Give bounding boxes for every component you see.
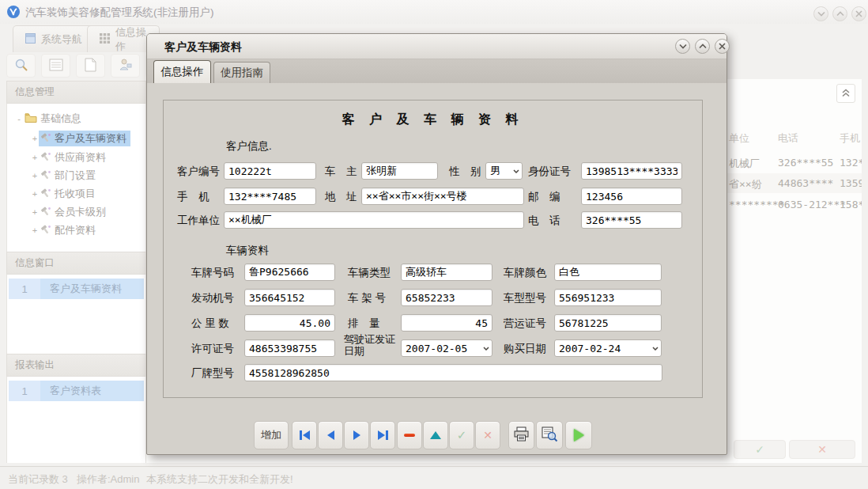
- displacement-input[interactable]: [401, 314, 492, 332]
- tool-icon: [40, 151, 51, 165]
- gender-label: 性 别: [449, 165, 481, 179]
- column-header[interactable]: 手机: [840, 131, 860, 146]
- table-cell: *********: [729, 199, 784, 210]
- table-cell: 省××纷: [729, 177, 762, 191]
- expand-icon[interactable]: +: [31, 153, 39, 162]
- id-no-input[interactable]: [581, 162, 682, 180]
- panel-header-report-output: 报表输出: [6, 354, 146, 377]
- operator-text: 操作者:Admin: [77, 472, 139, 487]
- tree-item-supplier[interactable]: + 供应商资料: [31, 149, 110, 166]
- displacement-label: 排 量: [348, 317, 380, 331]
- printer-icon: [513, 426, 530, 444]
- x-icon: ✕: [483, 429, 492, 442]
- main-titlebar: 汽车装饰美容修配管理系统(非注册用户): [0, 0, 868, 24]
- tree-item-member-card-level[interactable]: + 会员卡级别: [31, 203, 110, 221]
- search-toolbar-button[interactable]: [6, 54, 36, 78]
- report-output-panel: 1 客户资料表: [6, 377, 146, 463]
- info-window-panel: 1 客户及车辆资料: [6, 275, 146, 354]
- dialog-close-icon[interactable]: [715, 39, 730, 54]
- plate-no-input[interactable]: [244, 263, 335, 281]
- purchase-date-select[interactable]: 2007-02-24: [554, 339, 662, 357]
- edit-record-button[interactable]: [423, 421, 448, 449]
- post-record-button[interactable]: ✓: [449, 421, 474, 449]
- document-toolbar-button[interactable]: [76, 54, 105, 78]
- dialog-restore-icon[interactable]: [695, 39, 710, 54]
- background-ok-button[interactable]: ✓: [734, 440, 786, 459]
- column-header[interactable]: 电话: [778, 131, 798, 146]
- minimize-icon[interactable]: [813, 6, 828, 21]
- model-no-input[interactable]: [554, 289, 662, 306]
- collapse-expander[interactable]: -: [15, 114, 23, 123]
- delete-icon: [404, 434, 415, 437]
- plate-color-input[interactable]: [554, 263, 662, 281]
- dialog-tab-info-operation[interactable]: 信息操作: [153, 60, 211, 83]
- operation-no-input[interactable]: [554, 314, 662, 332]
- expand-icon[interactable]: +: [31, 134, 39, 143]
- phone-input[interactable]: [581, 211, 682, 229]
- work-unit-input[interactable]: [224, 211, 524, 229]
- column-header[interactable]: 单位: [729, 131, 749, 146]
- tree-item-collection-items[interactable]: + 托收项目: [31, 185, 100, 203]
- customer-no-input[interactable]: [224, 162, 316, 180]
- dialog-titlebar[interactable]: 客户及车辆资料: [147, 34, 726, 59]
- expand-icon[interactable]: +: [31, 226, 39, 235]
- cancel-record-button[interactable]: ✕: [475, 421, 500, 449]
- tree-item-department[interactable]: + 部门设置: [31, 167, 100, 184]
- user-icon: [119, 58, 132, 74]
- print-preview-button[interactable]: [536, 421, 563, 449]
- list-item-number: 1: [9, 279, 40, 299]
- tree-item-customer-vehicle[interactable]: + 客户及车辆资料: [31, 130, 130, 147]
- address-input[interactable]: [361, 188, 524, 205]
- dialog-minimize-icon[interactable]: [675, 39, 690, 54]
- first-record-button[interactable]: [292, 421, 317, 449]
- list-toolbar-button[interactable]: [41, 54, 70, 78]
- expand-icon[interactable]: +: [31, 171, 39, 180]
- engine-no-label: 发动机号: [191, 291, 234, 305]
- expand-icon[interactable]: +: [31, 207, 39, 217]
- table-cell: 0635-212***: [778, 199, 846, 210]
- tree-node-basic-info[interactable]: - 基础信息: [15, 110, 85, 127]
- tool-icon: [40, 188, 51, 201]
- tree-item-parts[interactable]: + 配件资料: [31, 222, 100, 239]
- purchase-date-value: 2007-02-24: [555, 343, 650, 354]
- gender-value: 男: [486, 164, 511, 178]
- prior-record-button[interactable]: [318, 421, 343, 449]
- tree-item-label: 供应商资料: [55, 150, 106, 165]
- chevron-down-icon: [481, 347, 492, 351]
- collapse-panel-button[interactable]: [836, 84, 855, 103]
- license-no-input[interactable]: [244, 339, 335, 357]
- list-item[interactable]: 1 客户资料表: [9, 381, 144, 401]
- app-logo-icon: [6, 5, 21, 21]
- mobile-input[interactable]: [224, 188, 316, 205]
- edit-icon: [430, 431, 441, 439]
- delete-record-button[interactable]: [397, 421, 422, 449]
- license-issue-date-select[interactable]: 2007-02-05: [401, 339, 492, 357]
- mileage-input[interactable]: [244, 314, 335, 332]
- frame-no-input[interactable]: [401, 289, 492, 306]
- owner-input[interactable]: [361, 162, 438, 180]
- engine-no-input[interactable]: [244, 289, 335, 306]
- gender-select[interactable]: 男: [485, 162, 523, 180]
- restore-icon[interactable]: [832, 6, 847, 21]
- chevron-down-icon: [650, 347, 661, 351]
- form-panel: 客 户 及 车 辆 资 料 客户信息. 客户编号 车 主 性 别 男 身份证号 …: [163, 100, 703, 398]
- vehicle-type-input[interactable]: [401, 263, 492, 281]
- user-toolbar-button[interactable]: [111, 54, 140, 78]
- vehicle-type-label: 车辆类型: [348, 266, 391, 280]
- expand-icon[interactable]: +: [31, 189, 39, 199]
- add-button[interactable]: 增加: [254, 421, 289, 449]
- next-record-button[interactable]: [344, 421, 369, 449]
- brand-model-input[interactable]: [244, 364, 662, 381]
- tool-icon: [40, 224, 51, 237]
- close-icon[interactable]: [851, 6, 866, 21]
- list-item[interactable]: 1 客户及车辆资料: [9, 279, 144, 299]
- execute-button[interactable]: [565, 421, 592, 449]
- print-button[interactable]: [508, 421, 534, 449]
- last-record-button[interactable]: [370, 421, 395, 449]
- table-cell: 1359: [840, 177, 862, 189]
- zip-input[interactable]: [581, 188, 682, 205]
- background-cancel-button[interactable]: ✕: [789, 440, 855, 459]
- chevron-down-icon: [511, 169, 522, 173]
- dialog-tab-user-guide[interactable]: 使用指南: [213, 62, 270, 83]
- tab-system-navigation[interactable]: 系统导航: [13, 25, 95, 52]
